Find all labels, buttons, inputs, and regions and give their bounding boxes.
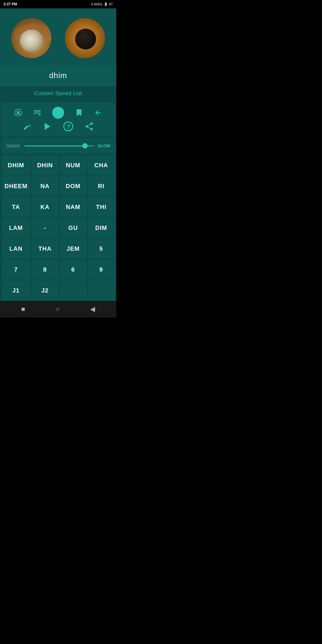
key-cell-21[interactable]: 8: [31, 259, 59, 280]
key-cell-22[interactable]: 6: [59, 259, 87, 280]
key-text-7: RI: [98, 183, 104, 190]
key-cell-14[interactable]: GU: [59, 218, 87, 238]
battery-icon: 🔋: [104, 2, 108, 6]
share-icon[interactable]: [84, 122, 94, 131]
help-icon[interactable]: ?: [63, 121, 74, 132]
bookmark-icon[interactable]: [75, 109, 83, 117]
key-cell-19[interactable]: 5: [87, 239, 115, 259]
wrench-svg: [22, 122, 32, 131]
speed-label: Speed: [6, 143, 21, 148]
network-speed: 0.5KB/s: [91, 2, 103, 6]
app-container: dhim Custom Speed List: [0, 8, 116, 301]
key-cell-15[interactable]: DIM: [87, 218, 115, 238]
speed-row: Speed SLOW: [6, 143, 110, 148]
key-cell-11[interactable]: THI: [87, 197, 115, 217]
key-text-13: -: [44, 225, 46, 231]
controls-row-2: ?: [7, 121, 109, 132]
svg-point-8: [90, 123, 93, 125]
play-button[interactable]: [43, 122, 52, 131]
key-text-10: NAM: [66, 204, 80, 210]
svg-line-11: [88, 127, 90, 129]
key-cell-17[interactable]: THA: [31, 239, 59, 259]
speed-slider[interactable]: [24, 145, 94, 146]
share-svg: [84, 122, 94, 131]
key-text-8: TA: [12, 204, 20, 210]
record-button[interactable]: [52, 107, 64, 119]
home-button[interactable]: ○: [55, 305, 59, 313]
key-cell-9[interactable]: KA: [31, 197, 59, 217]
key-text-14: GU: [68, 225, 78, 231]
key-cell-20[interactable]: 7: [1, 259, 31, 280]
drum-right[interactable]: [64, 17, 106, 59]
back-arrow-svg: [94, 109, 102, 117]
back-button[interactable]: ◀: [90, 305, 95, 313]
key-text-4: DHEEM: [4, 183, 27, 190]
key-cell-0[interactable]: DHIM: [1, 155, 31, 176]
speedometer-svg: [14, 109, 22, 117]
key-text-15: DIM: [95, 225, 107, 231]
key-text-9: KA: [40, 204, 49, 210]
key-cell-16[interactable]: LAN: [1, 239, 31, 259]
back-arrow-icon[interactable]: [94, 109, 102, 117]
key-text-18: JEM: [66, 245, 80, 252]
settings-wrench-icon[interactable]: [22, 122, 32, 131]
controls-section: ?: [1, 102, 115, 137]
key-cell-1[interactable]: DHIN: [31, 155, 59, 176]
key-text-17: THA: [38, 245, 52, 252]
nav-bar: ■ ○ ◀: [0, 301, 116, 318]
svg-point-9: [86, 125, 88, 128]
status-bar: 2:27 PM 0.5KB/s 🔋 87: [0, 0, 116, 8]
key-cell-10[interactable]: NAM: [59, 197, 87, 217]
key-text-6: DOM: [66, 183, 80, 190]
key-text-5: NA: [40, 183, 49, 190]
key-cell-3[interactable]: CHA: [87, 155, 115, 176]
svg-marker-4: [39, 113, 41, 116]
key-text-16: LAN: [10, 245, 23, 252]
status-time: 2:27 PM: [4, 2, 17, 6]
bookmark-svg: [75, 109, 83, 117]
speed-value: SLOW: [98, 143, 110, 148]
svg-point-10: [90, 128, 93, 130]
drum-left[interactable]: [10, 17, 52, 59]
key-text-23: 9: [99, 266, 103, 273]
key-cell-4[interactable]: DHEEM: [1, 176, 31, 196]
play-svg: [43, 122, 52, 131]
speedometer-icon[interactable]: [14, 109, 22, 117]
key-cell-25[interactable]: J2: [31, 280, 59, 301]
key-text-12: LAM: [9, 225, 23, 231]
key-cell-23[interactable]: 9: [87, 259, 115, 280]
stop-button[interactable]: ■: [21, 305, 25, 313]
key-text-19: 5: [99, 245, 103, 252]
speed-list-label: Custom Speed List: [0, 86, 116, 101]
battery-level: 87: [109, 2, 113, 6]
key-text-1: DHIN: [37, 162, 53, 169]
svg-text:?: ?: [67, 123, 70, 130]
key-cell-26: [59, 280, 87, 301]
key-cell-5[interactable]: NA: [31, 176, 59, 196]
key-cell-24[interactable]: J1: [1, 280, 31, 301]
key-text-0: DHIM: [8, 162, 24, 169]
key-cell-2[interactable]: NUM: [59, 155, 87, 176]
key-cell-12[interactable]: LAM: [1, 218, 31, 238]
key-text-25: J2: [41, 287, 49, 294]
key-cell-13[interactable]: -: [31, 218, 59, 238]
svg-marker-5: [45, 123, 50, 130]
song-title: dhim: [49, 71, 67, 80]
controls-row-1: [7, 107, 109, 119]
key-text-20: 7: [14, 266, 18, 273]
status-right: 0.5KB/s 🔋 87: [91, 2, 113, 6]
key-cell-7[interactable]: RI: [87, 176, 115, 196]
key-text-2: NUM: [66, 162, 80, 169]
key-text-3: CHA: [94, 162, 108, 169]
svg-line-12: [88, 124, 90, 126]
help-svg: ?: [63, 121, 74, 132]
key-text-24: J1: [12, 287, 19, 294]
key-cell-6[interactable]: DOM: [59, 176, 87, 196]
keyboard-grid: DHIMDHINNUMCHADHEEMNADOMRITAKANAMTHILAM-…: [1, 155, 115, 301]
key-text-11: THI: [96, 204, 106, 210]
playlist-svg: [33, 109, 41, 117]
key-cell-18[interactable]: JEM: [59, 239, 87, 259]
playlist-icon[interactable]: [33, 109, 41, 117]
key-cell-8[interactable]: TA: [1, 197, 31, 217]
speed-section: Speed SLOW: [1, 138, 115, 154]
